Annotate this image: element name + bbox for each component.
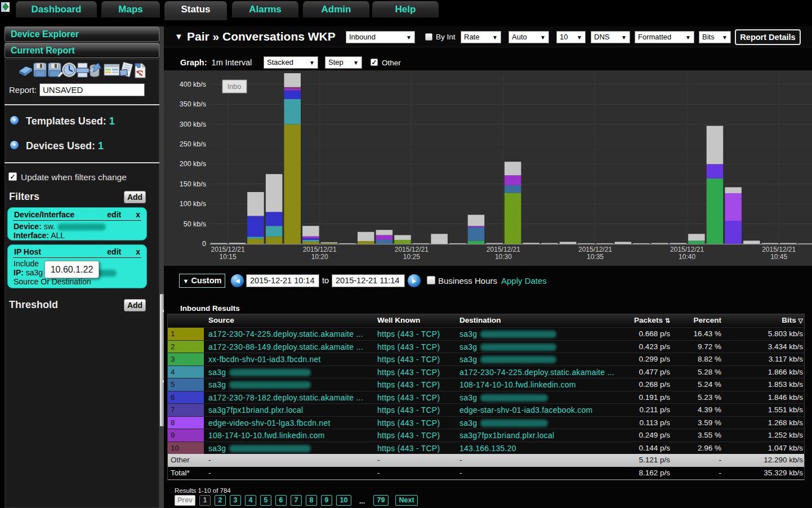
svg-text:10:30: 10:30: [495, 253, 512, 261]
svg-text:400 kb/s: 400 kb/s: [180, 81, 206, 88]
svg-text:350 kb/s: 350 kb/s: [180, 100, 206, 108]
svg-text:Inbo: Inbo: [227, 83, 241, 91]
svg-text:10:15: 10:15: [220, 253, 237, 261]
svg-text:150 kb/s: 150 kb/s: [180, 180, 206, 188]
svg-text:2015/12/21: 2015/12/21: [578, 246, 612, 253]
svg-text:2015/12/21: 2015/12/21: [303, 246, 337, 253]
svg-text:10:25: 10:25: [403, 253, 420, 261]
svg-text:10:40: 10:40: [679, 253, 695, 261]
svg-text:2015/12/21: 2015/12/21: [211, 246, 245, 253]
svg-text:100 kb/s: 100 kb/s: [180, 200, 206, 208]
svg-text:10:45: 10:45: [770, 253, 787, 261]
svg-text:2015/12/21: 2015/12/21: [487, 246, 520, 253]
svg-text:10:20: 10:20: [311, 253, 328, 261]
svg-text:2015/12/21: 2015/12/21: [395, 246, 429, 253]
svg-text:250 kb/s: 250 kb/s: [180, 140, 206, 148]
svg-text:2015/12/21: 2015/12/21: [670, 246, 704, 253]
svg-text:2015/12/21: 2015/12/21: [762, 246, 796, 253]
svg-text:50 kb/s: 50 kb/s: [184, 220, 206, 228]
svg-text:300 kb/s: 300 kb/s: [180, 121, 206, 128]
svg-text:10:35: 10:35: [587, 253, 604, 261]
svg-text:200 kb/s: 200 kb/s: [180, 160, 206, 168]
svg-text:0: 0: [202, 240, 206, 248]
